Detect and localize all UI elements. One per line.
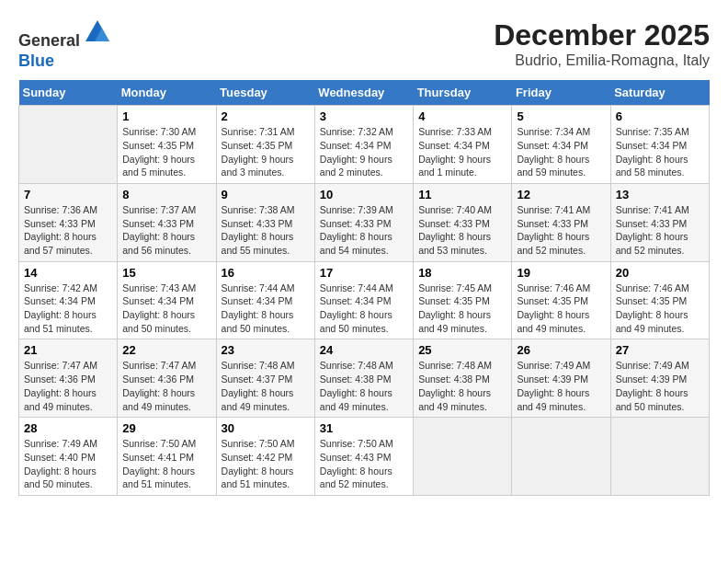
week-row-1: 1Sunrise: 7:30 AMSunset: 4:35 PMDaylight… xyxy=(19,106,710,184)
calendar-cell: 30Sunrise: 7:50 AMSunset: 4:42 PMDayligh… xyxy=(216,418,314,496)
logo-blue-text: Blue xyxy=(18,52,54,70)
day-info: Sunrise: 7:43 AMSunset: 4:34 PMDaylight:… xyxy=(122,282,210,336)
day-info: Sunrise: 7:48 AMSunset: 4:37 PMDaylight:… xyxy=(222,359,310,413)
day-info: Sunrise: 7:35 AMSunset: 4:34 PMDaylight:… xyxy=(616,125,704,179)
day-info: Sunrise: 7:42 AMSunset: 4:34 PMDaylight:… xyxy=(24,282,112,336)
day-info: Sunrise: 7:36 AMSunset: 4:33 PMDaylight:… xyxy=(24,203,112,258)
calendar-cell xyxy=(610,418,709,496)
calendar-cell: 1Sunrise: 7:30 AMSunset: 4:35 PMDaylight… xyxy=(118,106,216,184)
calendar-cell: 4Sunrise: 7:33 AMSunset: 4:34 PMDaylight… xyxy=(414,106,512,184)
day-info: Sunrise: 7:32 AMSunset: 4:34 PMDaylight:… xyxy=(320,125,408,179)
calendar-cell: 17Sunrise: 7:44 AMSunset: 4:34 PMDayligh… xyxy=(314,261,413,339)
week-row-2: 7Sunrise: 7:36 AMSunset: 4:33 PMDaylight… xyxy=(19,183,710,261)
calendar-cell: 19Sunrise: 7:46 AMSunset: 4:35 PMDayligh… xyxy=(512,261,610,339)
day-info: Sunrise: 7:47 AMSunset: 4:36 PMDaylight:… xyxy=(24,359,112,413)
day-number: 25 xyxy=(418,343,506,357)
calendar-cell: 24Sunrise: 7:48 AMSunset: 4:38 PMDayligh… xyxy=(314,339,413,418)
calendar-cell: 31Sunrise: 7:50 AMSunset: 4:43 PMDayligh… xyxy=(314,418,413,496)
day-number: 28 xyxy=(24,421,112,435)
day-info: Sunrise: 7:50 AMSunset: 4:43 PMDaylight:… xyxy=(320,437,408,491)
week-row-4: 21Sunrise: 7:47 AMSunset: 4:36 PMDayligh… xyxy=(19,339,710,418)
location-subtitle: Budrio, Emilia-Romagna, Italy xyxy=(494,52,710,69)
day-info: Sunrise: 7:44 AMSunset: 4:34 PMDaylight:… xyxy=(320,282,408,336)
day-number: 15 xyxy=(122,266,210,280)
calendar-cell: 3Sunrise: 7:32 AMSunset: 4:34 PMDaylight… xyxy=(314,106,413,184)
day-info: Sunrise: 7:49 AMSunset: 4:40 PMDaylight:… xyxy=(24,437,112,491)
day-info: Sunrise: 7:40 AMSunset: 4:33 PMDaylight:… xyxy=(418,203,506,258)
weekday-header-sunday: Sunday xyxy=(19,80,118,106)
day-info: Sunrise: 7:34 AMSunset: 4:34 PMDaylight:… xyxy=(517,125,605,179)
day-info: Sunrise: 7:46 AMSunset: 4:35 PMDaylight:… xyxy=(616,282,704,336)
calendar-cell xyxy=(512,418,610,496)
calendar-cell: 25Sunrise: 7:48 AMSunset: 4:38 PMDayligh… xyxy=(414,339,512,418)
day-number: 2 xyxy=(222,109,310,123)
day-info: Sunrise: 7:30 AMSunset: 4:35 PMDaylight:… xyxy=(122,125,210,179)
calendar-cell: 12Sunrise: 7:41 AMSunset: 4:33 PMDayligh… xyxy=(512,183,610,261)
day-info: Sunrise: 7:38 AMSunset: 4:33 PMDaylight:… xyxy=(222,203,310,258)
day-number: 21 xyxy=(24,343,112,357)
weekday-header-row: SundayMondayTuesdayWednesdayThursdayFrid… xyxy=(19,80,710,106)
day-info: Sunrise: 7:45 AMSunset: 4:35 PMDaylight:… xyxy=(418,282,506,336)
calendar-cell: 10Sunrise: 7:39 AMSunset: 4:33 PMDayligh… xyxy=(314,183,413,261)
logo-icon xyxy=(84,18,111,46)
day-number: 3 xyxy=(320,109,408,123)
page-header: General Blue December 2025 Budrio, Emili… xyxy=(18,18,710,71)
calendar-cell: 26Sunrise: 7:49 AMSunset: 4:39 PMDayligh… xyxy=(512,339,610,418)
month-title: December 2025 xyxy=(494,18,710,52)
calendar-cell: 5Sunrise: 7:34 AMSunset: 4:34 PMDaylight… xyxy=(512,106,610,184)
calendar-cell: 15Sunrise: 7:43 AMSunset: 4:34 PMDayligh… xyxy=(118,261,216,339)
day-number: 7 xyxy=(24,188,112,201)
calendar-cell: 6Sunrise: 7:35 AMSunset: 4:34 PMDaylight… xyxy=(610,106,709,184)
day-info: Sunrise: 7:48 AMSunset: 4:38 PMDaylight:… xyxy=(418,359,506,413)
day-info: Sunrise: 7:47 AMSunset: 4:36 PMDaylight:… xyxy=(122,359,210,413)
calendar-cell: 8Sunrise: 7:37 AMSunset: 4:33 PMDaylight… xyxy=(118,183,216,261)
day-number: 16 xyxy=(222,266,310,280)
weekday-header-saturday: Saturday xyxy=(610,80,709,106)
day-number: 9 xyxy=(222,188,310,201)
day-info: Sunrise: 7:44 AMSunset: 4:34 PMDaylight:… xyxy=(222,282,310,336)
weekday-header-wednesday: Wednesday xyxy=(314,80,413,106)
weekday-header-thursday: Thursday xyxy=(414,80,512,106)
day-number: 12 xyxy=(517,188,605,201)
day-number: 23 xyxy=(222,343,310,357)
calendar-cell xyxy=(19,106,118,184)
calendar-cell: 18Sunrise: 7:45 AMSunset: 4:35 PMDayligh… xyxy=(414,261,512,339)
day-number: 19 xyxy=(517,266,605,280)
day-number: 11 xyxy=(418,188,506,201)
weekday-header-tuesday: Tuesday xyxy=(216,80,314,106)
calendar-cell: 11Sunrise: 7:40 AMSunset: 4:33 PMDayligh… xyxy=(414,183,512,261)
calendar-cell: 27Sunrise: 7:49 AMSunset: 4:39 PMDayligh… xyxy=(610,339,709,418)
calendar-cell: 21Sunrise: 7:47 AMSunset: 4:36 PMDayligh… xyxy=(19,339,118,418)
day-number: 20 xyxy=(616,266,704,280)
day-info: Sunrise: 7:49 AMSunset: 4:39 PMDaylight:… xyxy=(517,359,605,413)
calendar-cell: 9Sunrise: 7:38 AMSunset: 4:33 PMDaylight… xyxy=(216,183,314,261)
day-number: 24 xyxy=(320,343,408,357)
calendar-cell: 16Sunrise: 7:44 AMSunset: 4:34 PMDayligh… xyxy=(216,261,314,339)
day-info: Sunrise: 7:33 AMSunset: 4:34 PMDaylight:… xyxy=(418,125,506,179)
day-number: 29 xyxy=(122,421,210,435)
calendar-cell: 22Sunrise: 7:47 AMSunset: 4:36 PMDayligh… xyxy=(118,339,216,418)
day-number: 17 xyxy=(320,266,408,280)
day-number: 10 xyxy=(320,188,408,201)
day-number: 14 xyxy=(24,266,112,280)
day-info: Sunrise: 7:46 AMSunset: 4:35 PMDaylight:… xyxy=(517,282,605,336)
day-number: 22 xyxy=(122,343,210,357)
calendar-cell xyxy=(414,418,512,496)
calendar-cell: 23Sunrise: 7:48 AMSunset: 4:37 PMDayligh… xyxy=(216,339,314,418)
calendar-cell: 14Sunrise: 7:42 AMSunset: 4:34 PMDayligh… xyxy=(19,261,118,339)
day-number: 26 xyxy=(517,343,605,357)
day-number: 4 xyxy=(418,109,506,123)
title-block: December 2025 Budrio, Emilia-Romagna, It… xyxy=(494,18,710,69)
weekday-header-monday: Monday xyxy=(118,80,216,106)
day-info: Sunrise: 7:39 AMSunset: 4:33 PMDaylight:… xyxy=(320,203,408,258)
day-number: 5 xyxy=(517,109,605,123)
day-number: 27 xyxy=(616,343,704,357)
day-info: Sunrise: 7:41 AMSunset: 4:33 PMDaylight:… xyxy=(616,203,704,258)
day-info: Sunrise: 7:49 AMSunset: 4:39 PMDaylight:… xyxy=(616,359,704,413)
day-info: Sunrise: 7:48 AMSunset: 4:38 PMDaylight:… xyxy=(320,359,408,413)
calendar-cell: 28Sunrise: 7:49 AMSunset: 4:40 PMDayligh… xyxy=(19,418,118,496)
week-row-3: 14Sunrise: 7:42 AMSunset: 4:34 PMDayligh… xyxy=(19,261,710,339)
calendar-cell: 2Sunrise: 7:31 AMSunset: 4:35 PMDaylight… xyxy=(216,106,314,184)
day-number: 13 xyxy=(616,188,704,201)
calendar-cell: 7Sunrise: 7:36 AMSunset: 4:33 PMDaylight… xyxy=(19,183,118,261)
